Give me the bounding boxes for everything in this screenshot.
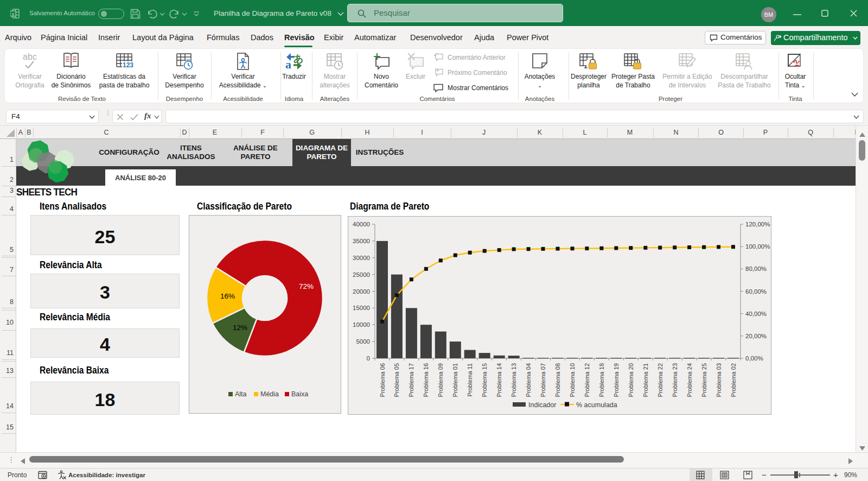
svg-text:80,00%: 80,00%: [745, 265, 767, 272]
svg-text:Problema 20: Problema 20: [628, 363, 634, 397]
svg-text:Problema 07: Problema 07: [540, 363, 546, 397]
svg-text:Problema 04: Problema 04: [525, 363, 532, 397]
svg-text:Problema 13: Problema 13: [510, 363, 517, 397]
svg-text:Problema 14: Problema 14: [496, 363, 502, 397]
svg-text:Problema 12: Problema 12: [584, 363, 590, 397]
svg-text:16%: 16%: [220, 292, 235, 300]
svg-text:Problema 18: Problema 18: [598, 363, 605, 397]
svg-text:Problema 19: Problema 19: [613, 363, 620, 397]
svg-text:35000: 35000: [353, 238, 370, 244]
svg-text:abc: abc: [23, 52, 37, 61]
svg-text:Problema 15: Problema 15: [481, 363, 488, 397]
svg-text:120,00%: 120,00%: [745, 221, 770, 227]
svg-text:Problema 16: Problema 16: [423, 363, 429, 397]
svg-text:40000: 40000: [353, 221, 370, 227]
svg-text:10000: 10000: [353, 321, 370, 328]
svg-text:Problema 21: Problema 21: [642, 363, 649, 397]
svg-text:123: 123: [123, 61, 133, 69]
svg-text:Indicador: Indicador: [528, 401, 556, 409]
svg-text:Baixa: Baixa: [291, 390, 308, 398]
svg-text:Problema 02: Problema 02: [730, 363, 737, 397]
svg-text:Média: Média: [260, 390, 279, 398]
svg-text:20000: 20000: [353, 288, 370, 295]
svg-text:40,00%: 40,00%: [745, 311, 767, 317]
svg-text:Problema 22: Problema 22: [657, 363, 663, 397]
svg-text:5000: 5000: [356, 338, 370, 345]
svg-text:0,00%: 0,00%: [745, 355, 763, 362]
svg-text:Problema 25: Problema 25: [701, 363, 707, 397]
svg-text:72%: 72%: [299, 282, 314, 290]
svg-text:20,00%: 20,00%: [745, 333, 767, 339]
svg-text:0: 0: [367, 355, 370, 362]
svg-text:a: a: [285, 58, 291, 71]
svg-text:Problema 17: Problema 17: [408, 363, 414, 397]
svg-text:Alta: Alta: [235, 390, 247, 398]
svg-text:100,00%: 100,00%: [745, 243, 770, 250]
svg-text:x: x: [11, 11, 15, 17]
svg-text:12%: 12%: [233, 324, 247, 332]
svg-text:15000: 15000: [353, 305, 370, 311]
svg-text:Problema 03: Problema 03: [716, 363, 722, 397]
svg-text:Problema 09: Problema 09: [437, 363, 444, 397]
svg-text:Problema 10: Problema 10: [569, 363, 576, 397]
svg-text:あ: あ: [293, 53, 303, 64]
svg-text:Problema 05: Problema 05: [393, 363, 400, 397]
svg-text:Problema 08: Problema 08: [554, 363, 561, 397]
svg-text:% acumulada: % acumulada: [576, 401, 617, 409]
svg-text:Problema 06: Problema 06: [379, 363, 386, 397]
svg-text:Problema 11: Problema 11: [467, 363, 473, 397]
svg-text:Problema 01: Problema 01: [452, 363, 458, 397]
svg-text:Problema 23: Problema 23: [672, 363, 678, 397]
svg-text:Problema 24: Problema 24: [686, 363, 693, 397]
svg-text:25000: 25000: [353, 271, 370, 278]
svg-text:30000: 30000: [353, 255, 370, 261]
svg-text:60,00%: 60,00%: [745, 288, 767, 295]
